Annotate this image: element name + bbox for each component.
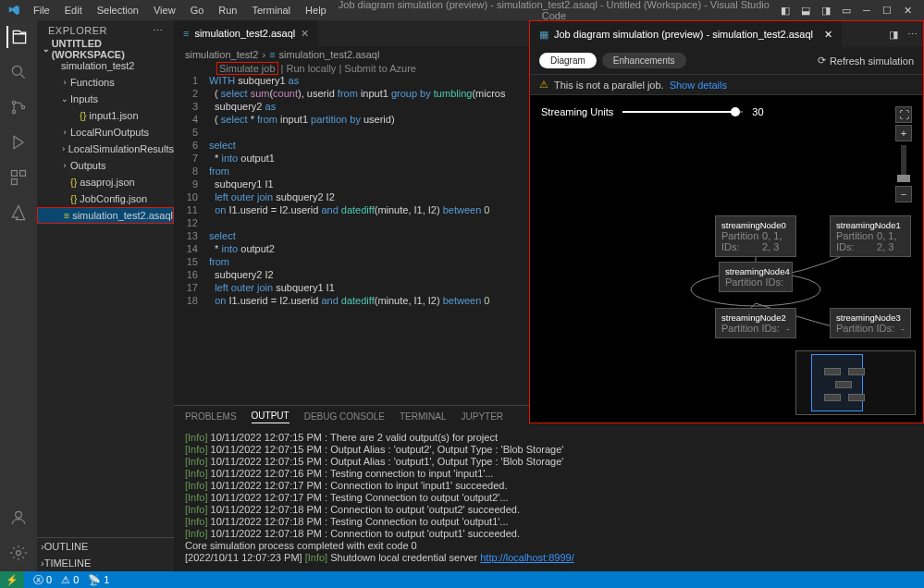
debug-console-tab[interactable]: DEBUG CONSOLE [304, 411, 385, 423]
settings-icon[interactable] [7, 542, 30, 564]
node-streamingNode4[interactable]: streamingNode4Partition IDs: [719, 262, 793, 292]
warnings-indicator[interactable]: ⚠ 0 [61, 574, 79, 586]
node-streamingNode1[interactable]: streamingNode1Partition IDs:0, 1, 2, 3 [830, 215, 911, 257]
diagram-pill[interactable]: Diagram [539, 53, 597, 68]
zoom-out-icon[interactable]: − [895, 186, 912, 202]
streaming-units-control: Streaming Units 30 [541, 106, 912, 117]
menu-bar: File Edit Selection View Go Run Terminal… [28, 3, 332, 18]
zoom-in-icon[interactable]: + [895, 125, 912, 141]
editor-tab[interactable]: ≡ simulation_test2.asaql ✕ [174, 20, 319, 46]
menu-terminal[interactable]: Terminal [247, 3, 297, 18]
preview-tab-label: Job diagram simulation (preview) - simul… [554, 29, 813, 40]
terminal-tab[interactable]: TERMINAL [400, 411, 447, 423]
jupyter-tab[interactable]: JUPYTER [462, 411, 504, 423]
outline-section[interactable]: ›OUTLINE [37, 538, 174, 555]
run-debug-icon[interactable] [7, 131, 30, 153]
explorer-sidebar: EXPLORER ⋯ ⌄UNTITLED (WORKSPACE) simulat… [37, 20, 174, 571]
menu-file[interactable]: File [28, 3, 55, 18]
minimize-icon[interactable]: ─ [857, 2, 876, 18]
tree-item-asaproj-json[interactable]: {}asaproj.json [37, 174, 174, 190]
menu-edit[interactable]: Edit [59, 3, 88, 18]
minimap-overview[interactable] [795, 350, 916, 415]
warning-bar: ⚠ This is not a parallel job. Show detai… [530, 75, 923, 95]
tree-item-Inputs[interactable]: ⌄Inputs [37, 91, 174, 107]
more-actions-icon[interactable]: ⋯ [907, 29, 918, 41]
preview-tab[interactable]: ▦ Job diagram simulation (preview) - sim… [530, 21, 842, 47]
svg-point-2 [12, 110, 15, 113]
tree-item-Functions[interactable]: ›Functions [37, 74, 174, 91]
tree-item-Outputs[interactable]: ›Outputs [37, 157, 174, 174]
tree-item-JobConfig-json[interactable]: {}JobConfig.json [37, 190, 174, 207]
status-bar: ⚡ ⓧ 0 ⚠ 0 📡 1 [0, 571, 924, 588]
ports-indicator[interactable]: 📡 1 [88, 574, 109, 586]
job-diagram-preview: ▦ Job diagram simulation (preview) - sim… [529, 20, 924, 423]
show-details-link[interactable]: Show details [670, 80, 727, 91]
search-icon[interactable] [7, 61, 30, 83]
source-control-icon[interactable] [7, 96, 30, 118]
layout-custom-icon[interactable]: ▭ [837, 2, 856, 18]
menu-selection[interactable]: Selection [92, 3, 144, 18]
more-icon[interactable]: ⋯ [153, 25, 164, 37]
close-tab-icon[interactable]: ✕ [301, 28, 309, 40]
svg-point-0 [12, 66, 21, 75]
window-controls: ◧ ⬓ ◨ ▭ ─ ☐ ✕ [776, 2, 917, 18]
node-streamingNode0[interactable]: streamingNode0Partition IDs:0, 1, 2, 3 [715, 215, 796, 257]
workspace-root[interactable]: ⌄UNTITLED (WORKSPACE) [37, 41, 174, 57]
fit-zoom-icon[interactable]: ⛶ [895, 106, 912, 123]
menu-help[interactable]: Help [300, 3, 332, 18]
timeline-section[interactable]: ›TIMELINE [37, 555, 174, 571]
azure-icon[interactable] [7, 202, 30, 224]
extensions-icon[interactable] [7, 166, 30, 189]
refresh-simulation-button[interactable]: ⟳ Refresh simulation [818, 55, 914, 67]
maximize-icon[interactable]: ☐ [878, 2, 896, 18]
enhancements-pill[interactable]: Enhancements [602, 53, 686, 68]
zoom-controls: ⛶ + − [895, 106, 912, 202]
svg-rect-4 [12, 171, 18, 177]
title-bar: File Edit Selection View Go Run Terminal… [0, 0, 924, 20]
vscode-logo [7, 4, 20, 17]
close-preview-icon[interactable]: ✕ [824, 29, 832, 41]
menu-view[interactable]: View [148, 3, 181, 18]
activity-bar [0, 20, 37, 571]
output-tab[interactable]: OUTPUT [252, 410, 290, 423]
streaming-units-value: 30 [752, 106, 763, 117]
codelens-rest[interactable]: | Run locally | Submit to Azure [278, 63, 416, 74]
layout-left-icon[interactable]: ◧ [776, 2, 795, 18]
svg-point-8 [17, 551, 21, 556]
warning-icon: ⚠ [539, 79, 548, 91]
preview-toolbar: Diagram Enhancements ⟳ Refresh simulatio… [530, 47, 923, 75]
svg-point-3 [21, 105, 24, 108]
tree-item-simulation_test2[interactable]: simulation_test2 [37, 57, 174, 74]
tree-item-simulation_test2-asaql[interactable]: ≡simulation_test2.asaql [37, 207, 174, 224]
simulate-job-link[interactable]: Simulate job [216, 62, 278, 75]
svg-point-7 [16, 511, 22, 518]
file-tree: simulation_test2›Functions⌄Inputs{}input… [37, 57, 174, 537]
menu-run[interactable]: Run [213, 3, 242, 18]
tab-label: simulation_test2.asaql [194, 28, 295, 39]
tree-item-LocalRunOutputs[interactable]: ›LocalRunOutputs [37, 124, 174, 141]
streaming-units-slider[interactable] [622, 111, 743, 113]
remote-indicator[interactable]: ⚡ [0, 571, 24, 588]
tree-item-LocalSimulationResults[interactable]: ›LocalSimulationResults [37, 141, 174, 157]
svg-point-1 [12, 101, 15, 104]
tree-item-input1-json[interactable]: {}input1.json [37, 107, 174, 124]
refresh-icon: ⟳ [818, 55, 826, 67]
svg-rect-6 [12, 179, 18, 185]
node-streamingNode3[interactable]: streamingNode3Partition IDs:- [830, 308, 911, 338]
window-title: Job diagram simulation (preview) - simul… [332, 0, 776, 21]
diagram-icon: ▦ [539, 29, 548, 41]
layout-right-icon[interactable]: ◨ [817, 2, 835, 18]
close-icon[interactable]: ✕ [898, 2, 917, 18]
diagram-canvas[interactable]: Streaming Units 30 ⛶ + − streamingNode0P… [530, 95, 923, 423]
layout-bottom-icon[interactable]: ⬓ [796, 2, 815, 18]
split-editor-icon[interactable]: ◨ [889, 29, 898, 41]
output-console[interactable]: [Info] 10/11/2022 12:07:15 PM : There ar… [174, 428, 924, 571]
node-streamingNode2[interactable]: streamingNode2Partition IDs:- [715, 308, 796, 338]
zoom-slider[interactable] [901, 145, 906, 182]
account-icon[interactable] [7, 507, 30, 529]
explorer-icon[interactable] [6, 26, 29, 48]
menu-go[interactable]: Go [185, 3, 210, 18]
errors-indicator[interactable]: ⓧ 0 [33, 573, 52, 587]
bottom-panel: PROBLEMS OUTPUT DEBUG CONSOLE TERMINAL J… [174, 405, 924, 571]
problems-tab[interactable]: PROBLEMS [185, 411, 237, 423]
